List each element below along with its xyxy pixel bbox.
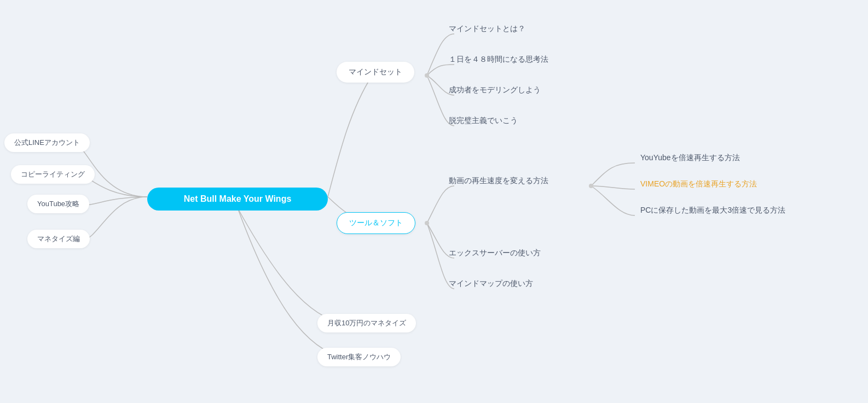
center-node[interactable]: Net Bull Make Your Wings bbox=[147, 188, 328, 211]
tools-child-xserver[interactable]: エックスサーバーの使い方 bbox=[449, 248, 541, 258]
video-child-pc[interactable]: PCに保存した動画を最大3倍速で見る方法 bbox=[640, 206, 785, 215]
video-child-vimeo[interactable]: VIMEOの動画を倍速再生する方法 bbox=[640, 179, 757, 189]
svg-point-2 bbox=[589, 184, 593, 188]
svg-point-1 bbox=[425, 221, 429, 225]
left-node-monetize[interactable]: マネタイズ編 bbox=[27, 230, 90, 248]
mindset-child-3[interactable]: 成功者をモデリングしよう bbox=[449, 85, 541, 95]
tools-child-video[interactable]: 動画の再生速度を変える方法 bbox=[449, 176, 548, 186]
mindset-child-1[interactable]: マインドセットとは？ bbox=[449, 24, 525, 34]
svg-point-0 bbox=[425, 73, 429, 78]
bottom-node-monetize[interactable]: 月収10万円のマネタイズ bbox=[317, 314, 416, 332]
mindset-child-2[interactable]: １日を４８時間になる思考法 bbox=[449, 55, 548, 65]
tools-child-mindmap[interactable]: マインドマップの使い方 bbox=[449, 279, 533, 289]
left-node-line[interactable]: 公式LINEアカウント bbox=[4, 133, 90, 152]
left-node-youtube[interactable]: YouTube攻略 bbox=[27, 195, 89, 213]
tools-bubble[interactable]: ツール＆ソフト bbox=[337, 212, 415, 234]
video-child-youtube[interactable]: YouYubeを倍速再生する方法 bbox=[640, 153, 740, 163]
left-node-copywriting[interactable]: コピーライティング bbox=[11, 165, 95, 184]
mindset-bubble[interactable]: マインドセット bbox=[337, 62, 414, 83]
bottom-node-twitter[interactable]: Twitter集客ノウハウ bbox=[317, 348, 401, 366]
mindset-child-4[interactable]: 脱完璧主義でいこう bbox=[449, 116, 518, 126]
